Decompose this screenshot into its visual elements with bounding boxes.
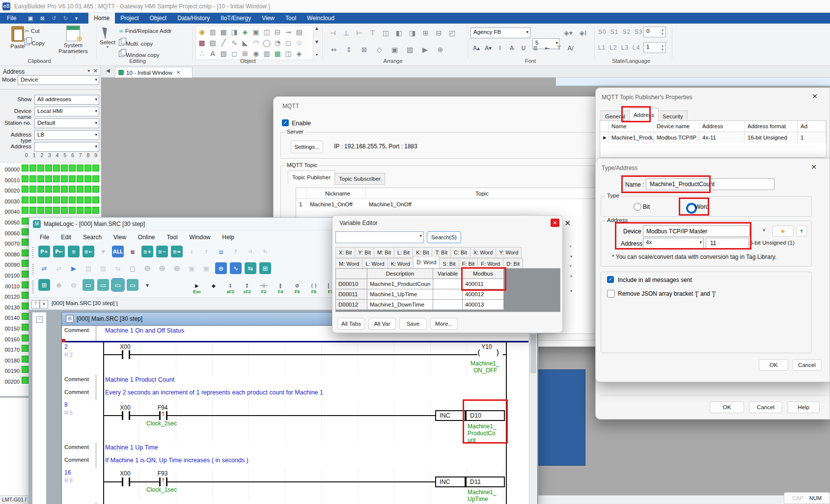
- object-tool-icon[interactable]: ▤: [294, 27, 304, 37]
- maplelogic-menu-item[interactable]: Online: [132, 230, 161, 241]
- arrange-tool-icon[interactable]: ⊟: [432, 28, 445, 38]
- ladder-comment-row[interactable]: CommentIf Machine 1 is ON, Up Time incre…: [62, 455, 528, 469]
- ladder-comment-row[interactable]: CommentEvery 2 seconds an increment of 1…: [62, 388, 528, 401]
- ribbon-tab[interactable]: Data/History: [172, 13, 215, 24]
- object-tool-icon[interactable]: ▩: [196, 37, 207, 48]
- variable-tab[interactable]: L: Word: [362, 258, 387, 269]
- object-scroll-down-icon[interactable]: ▼: [314, 40, 319, 44]
- variable-editor-button[interactable]: All Tabs: [337, 318, 365, 330]
- toolbar-icon[interactable]: ⇆: [112, 262, 124, 274]
- panel-close-icon[interactable]: ✕: [93, 68, 98, 74]
- arrange-tool-icon[interactable]: ▣: [387, 44, 402, 55]
- variable-search-select[interactable]: [335, 231, 424, 243]
- tab-close-icon[interactable]: ✕: [176, 70, 180, 75]
- variable-tab[interactable]: X: Bit: [335, 247, 355, 258]
- mqtt-close-icon[interactable]: ✕: [564, 220, 571, 227]
- toolbar-icon[interactable]: ALL: [112, 246, 124, 257]
- undo-icon[interactable]: ↺: [49, 13, 58, 24]
- toolbar-icon[interactable]: ▭: [97, 279, 109, 291]
- toolbar-icon[interactable]: ↻: [259, 246, 271, 257]
- toolbar-icon[interactable]: ▣: [200, 262, 212, 274]
- ladder-fkey-button[interactable]: ↥cF2: [239, 283, 255, 294]
- tab-initial-window[interactable]: 10 - Initial Window ✕: [115, 67, 193, 78]
- toolbar-icon[interactable]: ≡←: [83, 246, 94, 257]
- address-grid-row[interactable]: 00010: [0, 175, 100, 186]
- quick-access-more-icon[interactable]: ▾: [73, 13, 81, 24]
- maplelogic-menu-item[interactable]: Search: [77, 230, 108, 241]
- type-address-ok-button[interactable]: OK: [759, 359, 788, 371]
- ladder-editor[interactable]: Comment Machine 1 On and Off Status 2 R.…: [62, 325, 528, 504]
- font-family-select[interactable]: Agency FB: [470, 28, 530, 38]
- properties-help-button[interactable]: Help: [787, 401, 820, 413]
- arrange-tool-icon[interactable]: ◫: [379, 28, 392, 38]
- toolbar-icon[interactable]: ▤: [215, 246, 227, 257]
- device-field[interactable]: Modbus TCP/IP Master: [643, 225, 750, 237]
- address-grid-row[interactable]: 00020: [0, 186, 100, 196]
- object-tool-icon[interactable]: ◈: [294, 48, 304, 59]
- dropdown-arrow-icon[interactable]: ▾: [570, 289, 572, 293]
- add-tag-button[interactable]: +: [796, 225, 807, 237]
- variable-tab[interactable]: M: Word: [335, 258, 362, 269]
- arrange-tool-icon[interactable]: ⊤: [366, 28, 379, 38]
- arrange-tool-icon[interactable]: ⊕: [433, 44, 448, 55]
- address-grid-row[interactable]: 00040: [0, 207, 100, 217]
- toolbar-icon[interactable]: ▤: [97, 262, 109, 274]
- ladder-fkey-button[interactable]: ⊘F5: [289, 283, 305, 294]
- copy-button[interactable]: Copy: [25, 39, 45, 46]
- object-tool-icon[interactable]: ◣: [240, 37, 250, 48]
- font-style-icon[interactable]: ≣: [529, 43, 541, 53]
- toolbar-icon[interactable]: ∿: [230, 262, 242, 274]
- publisher-properties-tab[interactable]: Address: [629, 108, 659, 121]
- font-style-icon[interactable]: A: [506, 43, 518, 53]
- include-messages-checkbox[interactable]: ✓: [607, 276, 614, 283]
- bit-radio[interactable]: [634, 203, 641, 211]
- maplelogic-menu-item[interactable]: Tool: [161, 230, 184, 241]
- object-tool-icon[interactable]: ⊸: [283, 27, 294, 37]
- object-tool-icon[interactable]: ∴: [196, 48, 207, 59]
- object-tool-icon[interactable]: ◻: [229, 48, 240, 59]
- name-field[interactable]: Machine1_ProductCount: [646, 178, 775, 190]
- export-icon[interactable]: ⊠: [38, 13, 47, 24]
- font-style-icon[interactable]: U: [518, 43, 529, 53]
- object-tool-icon[interactable]: ◉: [196, 27, 207, 37]
- address-value-field[interactable]: 11: [706, 238, 749, 249]
- toolbar-icon[interactable]: ⇄: [53, 262, 65, 274]
- font-style-icon[interactable]: A∕: [565, 43, 577, 53]
- ribbon-tab[interactable]: View: [256, 13, 280, 24]
- variable-search-button[interactable]: Search(S): [427, 231, 461, 243]
- object-tool-icon[interactable]: ◫: [261, 27, 272, 37]
- object-tool-icon[interactable]: ☆: [294, 37, 304, 48]
- maplelogic-menu-item[interactable]: File: [34, 230, 55, 241]
- arrange-tool-icon[interactable]: ⊠: [357, 44, 372, 55]
- save-icon[interactable]: ▣: [26, 13, 35, 24]
- variable-tab[interactable]: F: Bit: [459, 258, 478, 269]
- mode-select[interactable]: Device: [18, 75, 99, 85]
- toolbar-icon[interactable]: ≡−: [156, 246, 168, 257]
- font-apply-icon[interactable]: ◈I: [578, 28, 588, 38]
- font-style-icon[interactable]: A▴: [470, 43, 482, 53]
- arrange-tool-icon[interactable]: ▶: [417, 44, 433, 55]
- font-style-icon[interactable]: ⊤: [553, 43, 565, 53]
- ribbon-tab[interactable]: Weincloud: [302, 13, 340, 24]
- object-tool-icon[interactable]: ▧: [218, 48, 229, 59]
- object-tool-icon[interactable]: ◔: [272, 37, 283, 48]
- ladder-rung[interactable]: 16 R.8 X00 F93 ↑ Clock_1sec INC D11 Mac: [62, 468, 528, 503]
- mqtt-topic-tab[interactable]: Topic Publisher: [288, 170, 335, 184]
- variable-tab[interactable]: S: Bit: [439, 258, 459, 269]
- mqtt-topic-row[interactable]: 1 Machine1_OnOff Machine1_OnOff: [296, 199, 596, 209]
- toolbar-icon[interactable]: ?: [230, 246, 242, 257]
- toolbar-icon[interactable]: ≡=: [171, 246, 183, 257]
- toolbar-icon[interactable]: ⇆: [245, 262, 256, 274]
- toolbar-icon[interactable]: ▤: [83, 262, 94, 274]
- variable-row[interactable]: D00011 Machine1_UpTime 400012: [336, 289, 560, 300]
- cut-button[interactable]: ✂ Cut: [25, 28, 40, 34]
- ladder-comment-row[interactable]: CommentMachine 1 Product Count: [62, 375, 528, 388]
- variable-tab[interactable]: F: Word: [477, 258, 503, 269]
- arrange-tool-icon[interactable]: ⊣: [326, 28, 339, 38]
- select-button[interactable]: Select ▾: [98, 26, 117, 49]
- font-style-copy-icon[interactable]: ◈▾: [563, 28, 574, 38]
- doc-close-icon[interactable]: ✕: [40, 300, 48, 308]
- ladder-vscrollbar[interactable]: ▲: [529, 325, 537, 504]
- object-tool-icon[interactable]: ◻: [283, 37, 294, 48]
- mqtt-settings-button[interactable]: Settings...: [291, 140, 323, 153]
